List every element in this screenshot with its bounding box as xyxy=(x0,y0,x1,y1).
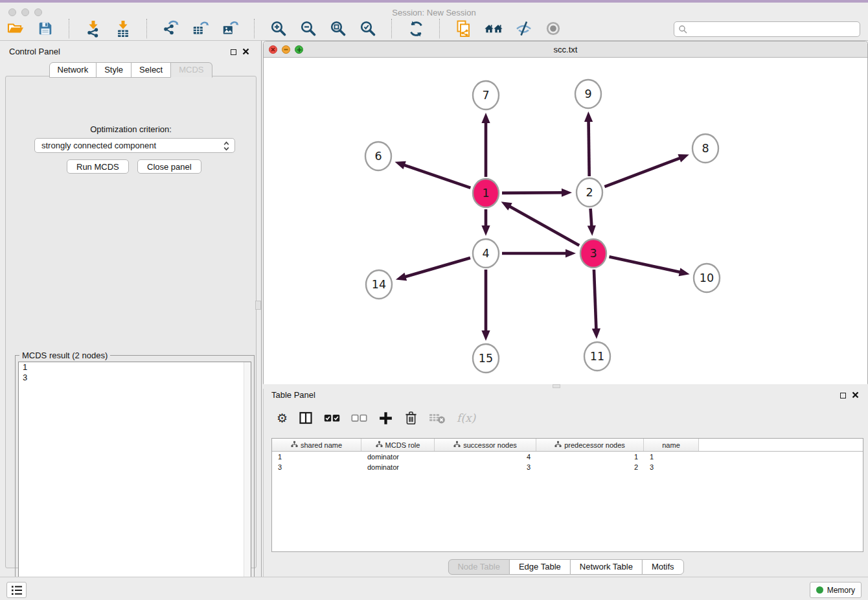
import-table-icon[interactable] xyxy=(114,19,132,38)
edge-2-3[interactable] xyxy=(588,209,596,236)
deselect-all-icon[interactable] xyxy=(351,413,367,423)
table-row[interactable]: 3dominator323 xyxy=(272,462,863,472)
cell-successor-nodes[interactable]: 3 xyxy=(435,463,536,471)
home-icon[interactable] xyxy=(485,19,503,38)
gear-icon[interactable]: ⚙ xyxy=(277,412,288,424)
result-item[interactable]: 3 xyxy=(19,373,251,383)
edge-1-7[interactable] xyxy=(481,113,490,177)
column-header-MCDS-role[interactable]: MCDS role xyxy=(361,439,435,451)
edge-1-2[interactable] xyxy=(502,189,572,197)
control-panel-header-icons xyxy=(231,47,249,57)
vertical-splitter-grip[interactable] xyxy=(255,301,261,310)
open-session-icon[interactable] xyxy=(6,19,25,38)
save-session-icon[interactable] xyxy=(36,19,54,38)
table-row[interactable]: 1dominator411 xyxy=(272,452,863,462)
column-header-shared-name[interactable]: shared name xyxy=(272,439,361,451)
tab-node-table[interactable]: Node Table xyxy=(448,559,510,575)
toolbar-separator xyxy=(69,19,70,38)
close-table-panel-icon[interactable] xyxy=(852,391,859,400)
node-3[interactable]: 3 xyxy=(580,239,606,268)
control-panel: Control Panel NetworkStyleSelectMCDS Opt… xyxy=(0,41,262,577)
zoom-out-icon[interactable] xyxy=(299,19,317,38)
refresh-icon[interactable] xyxy=(407,19,425,38)
task-history-button[interactable] xyxy=(6,582,27,598)
node-8[interactable]: 8 xyxy=(692,134,718,163)
column-header-name[interactable]: name xyxy=(644,439,699,451)
tab-motifs[interactable]: Motifs xyxy=(642,559,684,575)
horizontal-splitter-grip[interactable] xyxy=(553,384,560,388)
tab-mcds[interactable]: MCDS xyxy=(170,62,212,78)
add-column-icon[interactable] xyxy=(378,411,393,426)
column-type-icon xyxy=(291,441,298,449)
mcds-result-list[interactable]: 13 xyxy=(18,362,251,598)
column-header-predecessor-nodes[interactable]: predecessor nodes xyxy=(536,439,644,451)
edge-4-15[interactable] xyxy=(481,270,490,341)
select-all-icon[interactable] xyxy=(324,413,340,423)
zoom-selected-icon[interactable] xyxy=(359,19,377,38)
show-all-icon[interactable] xyxy=(544,19,562,38)
node-7[interactable]: 7 xyxy=(473,81,499,110)
result-scrollbar[interactable] xyxy=(244,362,251,597)
edge-3-10[interactable] xyxy=(609,257,689,276)
cell-name[interactable]: 3 xyxy=(644,463,699,471)
hide-selected-icon[interactable] xyxy=(514,19,532,38)
edge-4-14[interactable] xyxy=(396,258,470,281)
table-panel-title: Table Panel xyxy=(271,390,315,400)
delete-column-icon[interactable] xyxy=(404,410,418,426)
edge-1-6[interactable] xyxy=(395,161,471,188)
node-9[interactable]: 9 xyxy=(575,80,601,108)
zoom-fit-icon[interactable] xyxy=(329,19,347,38)
result-item[interactable]: 1 xyxy=(19,362,251,373)
svg-text:6: 6 xyxy=(374,150,382,163)
cell-shared-name[interactable]: 3 xyxy=(272,463,361,471)
cell-name[interactable]: 1 xyxy=(644,453,699,461)
edge-2-9[interactable] xyxy=(584,111,593,176)
toolbar-separator xyxy=(391,19,393,38)
cell-MCDS-role[interactable]: dominator xyxy=(361,453,435,461)
node-14[interactable]: 14 xyxy=(366,270,392,299)
cell-successor-nodes[interactable]: 4 xyxy=(435,453,536,461)
zoom-in-icon[interactable] xyxy=(269,19,288,38)
columns-icon[interactable] xyxy=(299,411,313,425)
edge-3-11[interactable] xyxy=(592,270,600,339)
cell-predecessor-nodes[interactable]: 2 xyxy=(536,463,644,471)
close-panel-button[interactable]: Close panel xyxy=(137,159,201,174)
memory-status-indicator xyxy=(816,586,823,594)
edge-4-3[interactable] xyxy=(502,249,576,257)
export-network-icon[interactable] xyxy=(162,19,180,38)
tab-style[interactable]: Style xyxy=(96,62,131,78)
tab-network-table[interactable]: Network Table xyxy=(570,559,643,575)
column-header-successor-nodes[interactable]: successor nodes xyxy=(435,439,536,451)
network-canvas[interactable]: 1234678910111415 xyxy=(264,58,867,384)
edge-3-1[interactable] xyxy=(501,202,580,246)
run-mcds-button[interactable]: Run MCDS xyxy=(67,159,129,174)
criterion-dropdown[interactable]: strongly connected component xyxy=(34,138,235,153)
node-6[interactable]: 6 xyxy=(365,142,391,170)
export-table-icon[interactable] xyxy=(192,19,210,38)
tab-edge-table[interactable]: Edge Table xyxy=(509,559,571,575)
node-1[interactable]: 1 xyxy=(473,179,499,207)
export-image-icon[interactable] xyxy=(222,19,240,38)
close-panel-icon[interactable] xyxy=(242,47,249,57)
cell-MCDS-role[interactable]: dominator xyxy=(361,463,435,471)
tab-select[interactable]: Select xyxy=(131,62,171,78)
node-4[interactable]: 4 xyxy=(473,239,499,268)
float-table-panel-icon[interactable] xyxy=(840,393,846,398)
memory-button[interactable]: Memory xyxy=(810,582,862,598)
tab-network[interactable]: Network xyxy=(49,62,97,78)
edge-2-8[interactable] xyxy=(604,154,689,187)
list-icon xyxy=(10,584,23,596)
clone-network-icon[interactable] xyxy=(455,19,473,38)
node-2[interactable]: 2 xyxy=(577,178,602,207)
search-input[interactable] xyxy=(674,21,860,37)
edge-1-4[interactable] xyxy=(481,209,490,236)
node-11[interactable]: 11 xyxy=(584,342,610,371)
cell-shared-name[interactable]: 1 xyxy=(272,453,361,461)
import-network-icon[interactable] xyxy=(84,19,102,38)
float-panel-icon[interactable] xyxy=(231,49,236,55)
cell-predecessor-nodes[interactable]: 1 xyxy=(536,453,644,461)
node-15[interactable]: 15 xyxy=(473,344,499,373)
svg-text:2: 2 xyxy=(586,186,593,199)
node-10[interactable]: 10 xyxy=(694,264,720,292)
network-view-window: scc.txt 1234678910111415 xyxy=(263,41,868,384)
